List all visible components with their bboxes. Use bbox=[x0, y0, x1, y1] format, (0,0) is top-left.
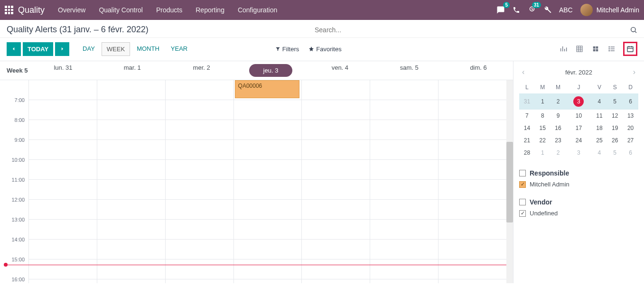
mini-day[interactable]: 17 bbox=[566, 122, 591, 134]
day-header[interactable]: lun. 31 bbox=[28, 64, 98, 77]
mini-day[interactable]: 6 bbox=[623, 93, 638, 110]
mini-day[interactable]: 18 bbox=[591, 122, 607, 134]
vendor-checkbox[interactable] bbox=[519, 199, 526, 205]
responsible-item-checkbox[interactable]: ✓ bbox=[519, 181, 526, 188]
time-label: 9:00 bbox=[0, 137, 28, 157]
mini-next-icon[interactable]: › bbox=[633, 68, 635, 76]
control-bar: TODAY DAY WEEK MONTH YEAR Filters Favori… bbox=[0, 38, 644, 61]
mini-day[interactable]: 5 bbox=[607, 147, 623, 159]
scrollbar-thumb[interactable] bbox=[506, 142, 513, 222]
mini-day[interactable]: 2 bbox=[551, 93, 566, 110]
mini-dow: D bbox=[623, 81, 638, 93]
user-menu[interactable]: Mitchell Admin bbox=[580, 4, 639, 16]
range-day[interactable]: DAY bbox=[78, 42, 100, 56]
view-calendar-icon[interactable] bbox=[623, 42, 637, 56]
range-month[interactable]: MONTH bbox=[132, 42, 164, 56]
view-switcher bbox=[559, 42, 637, 56]
prev-button[interactable] bbox=[7, 42, 21, 56]
mini-day[interactable]: 20 bbox=[623, 122, 638, 134]
activities-icon[interactable]: 31 bbox=[528, 6, 536, 14]
mini-day[interactable]: 9 bbox=[551, 110, 566, 122]
nav-quality-control[interactable]: Quality Control bbox=[99, 6, 143, 14]
range-week[interactable]: WEEK bbox=[102, 42, 130, 56]
mini-day[interactable]: 1 bbox=[535, 93, 551, 110]
mini-day[interactable]: 3 bbox=[566, 93, 591, 110]
mini-day[interactable]: 1 bbox=[535, 147, 551, 159]
mini-day[interactable]: 16 bbox=[551, 122, 566, 134]
mini-day[interactable]: 6 bbox=[623, 147, 638, 159]
range-year[interactable]: YEAR bbox=[166, 42, 192, 56]
day-header[interactable]: ven. 4 bbox=[305, 64, 374, 77]
tools-label[interactable]: ABC bbox=[559, 6, 573, 14]
today-button[interactable]: TODAY bbox=[23, 42, 53, 56]
mini-day[interactable]: 27 bbox=[623, 134, 638, 147]
mini-day[interactable]: 25 bbox=[591, 134, 607, 147]
time-label: 7:00 bbox=[0, 97, 28, 117]
responsible-checkbox[interactable] bbox=[519, 170, 526, 176]
search-area bbox=[315, 26, 637, 34]
mini-day[interactable]: 4 bbox=[591, 147, 607, 159]
day-header[interactable]: sam. 5 bbox=[374, 64, 444, 77]
day-header[interactable]: jeu. 3 bbox=[236, 64, 306, 77]
mini-day[interactable]: 14 bbox=[519, 122, 535, 134]
day-header[interactable]: mar. 1 bbox=[98, 64, 167, 77]
mini-day[interactable]: 13 bbox=[623, 110, 638, 122]
mini-day[interactable]: 21 bbox=[519, 134, 535, 147]
svg-point-15 bbox=[609, 48, 609, 49]
next-button[interactable] bbox=[55, 42, 69, 56]
mini-day[interactable]: 24 bbox=[566, 134, 591, 147]
calendar-event[interactable]: QA00006 bbox=[235, 80, 300, 98]
mini-dow: S bbox=[607, 81, 623, 93]
mini-day[interactable]: 12 bbox=[607, 110, 623, 122]
day-header[interactable]: mer. 2 bbox=[167, 64, 236, 77]
messages-badge: 5 bbox=[503, 2, 510, 8]
messages-icon[interactable]: 5 bbox=[496, 6, 505, 14]
mini-dow: L bbox=[519, 81, 535, 93]
mini-day[interactable]: 3 bbox=[566, 147, 591, 159]
nav-configuration[interactable]: Configuration bbox=[238, 6, 277, 14]
view-list-icon[interactable] bbox=[607, 44, 616, 54]
phone-icon[interactable] bbox=[513, 6, 520, 14]
view-pivot-icon[interactable] bbox=[575, 44, 584, 54]
search-input[interactable] bbox=[315, 26, 626, 34]
svg-point-16 bbox=[609, 50, 609, 51]
mini-day[interactable]: 23 bbox=[551, 134, 566, 147]
mini-day[interactable]: 26 bbox=[607, 134, 623, 147]
mini-day[interactable]: 2 bbox=[551, 147, 566, 159]
range-tabs: DAY WEEK MONTH YEAR bbox=[78, 42, 192, 56]
mini-day[interactable]: 7 bbox=[519, 110, 535, 122]
favorites-button[interactable]: Favorites bbox=[308, 46, 341, 53]
mini-day[interactable]: 10 bbox=[566, 110, 591, 122]
mini-day[interactable]: 8 bbox=[535, 110, 551, 122]
mini-day[interactable]: 31 bbox=[519, 93, 535, 110]
responsible-item-label: Mitchell Admin bbox=[530, 181, 569, 188]
filters-button[interactable]: Filters bbox=[275, 46, 299, 53]
nav-products[interactable]: Products bbox=[156, 6, 182, 14]
mini-dow: J bbox=[566, 81, 591, 93]
mini-day[interactable]: 19 bbox=[607, 122, 623, 134]
mini-prev-icon[interactable]: ‹ bbox=[522, 68, 524, 76]
nav-overview[interactable]: Overview bbox=[58, 6, 85, 14]
mini-day[interactable]: 11 bbox=[591, 110, 607, 122]
calendar-main: Week 5 lun. 31mar. 1mer. 2jeu. 3ven. 4sa… bbox=[0, 61, 513, 283]
search-icon[interactable] bbox=[630, 26, 637, 34]
view-graph-icon[interactable] bbox=[559, 44, 568, 54]
calendar-grid[interactable]: 6:007:008:009:0010:0011:0012:0013:0014:0… bbox=[0, 80, 513, 283]
mini-day[interactable]: 22 bbox=[535, 134, 551, 147]
day-header[interactable]: dim. 6 bbox=[444, 64, 513, 77]
mini-day[interactable]: 5 bbox=[607, 93, 623, 110]
mini-day[interactable]: 4 bbox=[591, 93, 607, 110]
vendor-item-label: Undefined bbox=[530, 210, 558, 217]
time-label: 11:00 bbox=[0, 177, 28, 197]
nav-reporting[interactable]: Reporting bbox=[196, 6, 224, 14]
tools-icon[interactable] bbox=[544, 6, 551, 14]
mini-day[interactable]: 15 bbox=[535, 122, 551, 134]
svg-rect-17 bbox=[627, 46, 633, 52]
mini-dow: M bbox=[551, 81, 566, 93]
vendor-item-checkbox[interactable]: ✓ bbox=[519, 210, 526, 217]
time-label: 14:00 bbox=[0, 237, 28, 257]
apps-icon[interactable] bbox=[5, 6, 13, 14]
view-kanban-icon[interactable] bbox=[591, 44, 600, 54]
app-title[interactable]: Quality bbox=[18, 5, 45, 15]
mini-day[interactable]: 28 bbox=[519, 147, 535, 159]
